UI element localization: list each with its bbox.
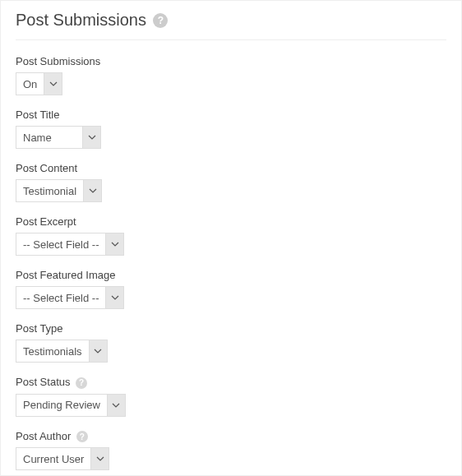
select-value: -- Select Field -- [16,287,105,308]
select-post-author[interactable]: Current User [16,447,109,470]
select-value: Name [16,127,82,148]
select-value: Testimonial [16,180,83,201]
field-post-title: Post Title Name [16,109,446,149]
chevron-down-icon [83,180,101,201]
chevron-down-icon [44,73,62,95]
panel-header: Post Submissions ? [16,11,446,40]
label-post-status: Post Status ? [16,376,446,389]
chevron-down-icon [105,233,123,255]
field-post-featured-image: Post Featured Image -- Select Field -- [16,269,446,309]
label-post-type: Post Type [16,322,446,335]
select-post-title[interactable]: Name [16,126,101,149]
field-post-excerpt: Post Excerpt -- Select Field -- [16,215,446,256]
select-value: On [16,73,44,95]
select-post-type[interactable]: Testimonials [16,340,108,363]
chevron-down-icon [107,395,125,416]
field-post-submissions: Post Submissions On [16,55,446,95]
chevron-down-icon [89,340,107,362]
field-post-status: Post Status ? Pending Review [16,376,446,417]
select-value: -- Select Field -- [16,233,105,255]
panel-title: Post Submissions [16,11,146,30]
field-post-content: Post Content Testimonial [16,162,446,202]
label-post-author: Post Author ? [16,430,446,443]
label-text: Post Status [16,376,70,388]
chevron-down-icon [82,127,100,148]
select-post-featured-image[interactable]: -- Select Field -- [16,286,124,309]
help-icon[interactable]: ? [153,13,168,28]
select-post-excerpt[interactable]: -- Select Field -- [16,233,124,256]
select-value: Pending Review [16,395,107,416]
label-post-title: Post Title [16,109,446,121]
label-post-featured-image: Post Featured Image [16,269,446,281]
chevron-down-icon [105,287,123,308]
post-submissions-panel: Post Submissions ? Post Submissions On P… [0,0,462,476]
field-post-author: Post Author ? Current User [16,430,446,471]
select-post-submissions[interactable]: On [16,72,62,95]
select-post-content[interactable]: Testimonial [16,179,102,202]
label-post-excerpt: Post Excerpt [16,215,446,228]
select-value: Current User [16,448,90,469]
chevron-down-icon [90,448,109,469]
select-post-status[interactable]: Pending Review [16,394,126,417]
help-icon[interactable]: ? [76,377,87,389]
select-value: Testimonials [16,340,89,362]
field-post-type: Post Type Testimonials [16,322,446,363]
label-post-content: Post Content [16,162,446,174]
help-icon[interactable]: ? [76,431,88,442]
label-text: Post Author [16,430,71,442]
label-post-submissions: Post Submissions [16,55,446,67]
